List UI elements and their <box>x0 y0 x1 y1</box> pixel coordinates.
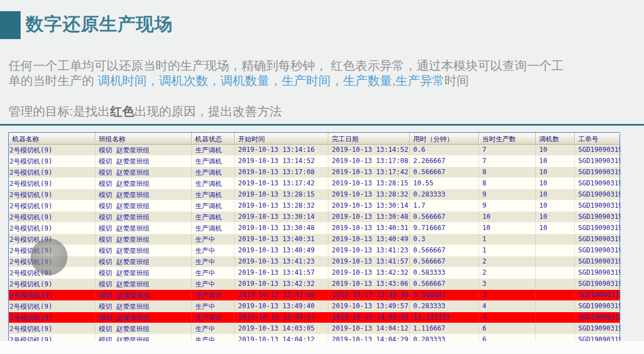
cell-minutes: 2.266667 <box>410 156 479 166</box>
cell-adjust <box>536 256 575 267</box>
cell-order: SGD19090319 <box>575 312 621 323</box>
header-cell-machine[interactable]: 机器名称 <box>9 133 95 144</box>
cell-end: 2019-10-13 13:28:32 <box>328 189 410 200</box>
bottom-strip <box>0 341 644 354</box>
cell-team: 模切 赵爱星班组 <box>95 312 192 323</box>
cell-produced: 7 <box>479 145 536 155</box>
cell-status: 生产调机 <box>192 212 235 222</box>
cell-produced: 10 <box>479 212 536 222</box>
cell-produced: 2 <box>479 256 536 267</box>
cell-status: 生产调机 <box>192 200 235 211</box>
cell-order: SGD19090319 <box>575 267 621 278</box>
cell-machine: 2号模切机(9) <box>9 189 95 200</box>
cell-start: 2019-10-13 13:14:16 <box>235 145 328 155</box>
cell-minutes: 0.566667 <box>410 245 479 256</box>
cell-team: 模切 赵爱星班组 <box>95 256 192 267</box>
cell-order: SGD19090319 <box>575 279 621 289</box>
header-cell-team[interactable]: 班组名称 <box>95 133 192 144</box>
table-row[interactable]: 2号模切机(9)模切 赵爱星班组生产中2019-10-13 13:41:2320… <box>9 256 619 267</box>
cell-adjust: 10 <box>536 145 575 155</box>
cell-produced: 1 <box>479 234 536 245</box>
cell-machine: 2号模切机(9) <box>9 279 95 289</box>
intro-paragraph: 任何一个工单均可以还原当时的生产现场，精确到每秒钟， 红色表示异常，通过本模块可… <box>8 58 568 88</box>
cell-start: 2019-10-13 13:28:15 <box>235 189 328 200</box>
cell-minutes: 0.566667 <box>410 167 479 178</box>
cell-adjust <box>536 234 575 245</box>
header-cell-status[interactable]: 机器状态 <box>192 133 235 144</box>
cell-produced: 9 <box>479 189 536 200</box>
cursor-indicator <box>31 238 67 275</box>
cell-team: 模切 赵爱星班组 <box>95 267 192 278</box>
cell-minutes: 0.3 <box>410 234 479 245</box>
cell-start: 2019-10-13 13:30:48 <box>235 223 328 233</box>
table-row[interactable]: 2号模切机(9)模切 赵爱星班组生产调机2019-10-13 13:14:522… <box>9 156 619 167</box>
cell-team: 模切 赵爱星班组 <box>95 301 192 312</box>
cell-adjust <box>536 279 575 289</box>
table-row[interactable]: 2号模切机(9)模切 赵爱星班组生产异常2019-10-13 13:43:062… <box>9 290 619 301</box>
table-row[interactable]: 2号模切机(9)模切 赵爱星班组生产调机2019-10-13 13:28:322… <box>9 200 619 212</box>
table-row[interactable]: 2号模切机(9)模切 赵爱星班组生产调机2019-10-13 13:30:482… <box>9 223 619 234</box>
cell-start: 2019-10-13 14:03:05 <box>235 323 328 334</box>
cell-minutes: 0.283333 <box>410 301 479 312</box>
cell-adjust: 10 <box>536 156 575 166</box>
cell-machine: 2号模切机(9) <box>9 323 95 334</box>
table-row[interactable]: 2号模切机(9)模切 赵爱星班组生产中2019-10-13 13:40:4920… <box>9 245 619 256</box>
table-row[interactable]: 2号模切机(9)模切 赵爱星班组生产调机2019-10-13 13:17:082… <box>9 167 619 178</box>
table-row[interactable]: 2号模切机(9)模切 赵爱星班组生产调机2019-10-13 13:17:422… <box>9 178 619 189</box>
cell-start: 2019-10-13 13:40:49 <box>235 245 328 256</box>
cell-end: 2019-10-13 13:28:15 <box>328 178 410 189</box>
goal-suffix: 出现的原因，提出改善方法 <box>134 104 282 118</box>
header-cell-minutes[interactable]: 用时（分钟） <box>410 133 479 144</box>
table-row[interactable]: 2号模切机(9)模切 赵爱星班组生产中2019-10-13 14:03:0520… <box>9 323 619 334</box>
cell-machine: 2号模切机(9) <box>9 212 95 222</box>
cell-start: 2019-10-13 13:17:42 <box>235 178 328 189</box>
table-header-row: 机器名称班组名称机器状态开始时间完工日期用时（分钟）当时生产数调机数工单号 <box>9 133 619 145</box>
cell-end: 2019-10-13 13:30:48 <box>328 212 410 222</box>
goal-prefix: 管理的目标:是找出 <box>8 104 110 118</box>
cell-start: 2019-10-13 13:41:57 <box>235 267 328 278</box>
header-cell-start[interactable]: 开始时间 <box>235 133 328 144</box>
cell-machine: 2号模切机(9) <box>9 156 95 166</box>
table-row[interactable]: 2号模切机(9)模切 赵爱星班组生产中2019-10-13 13:40:3120… <box>9 234 619 245</box>
cell-team: 模切 赵爱星班组 <box>95 223 192 233</box>
cell-produced: 10 <box>479 223 536 233</box>
cell-status: 生产调机 <box>192 189 235 200</box>
header-cell-end[interactable]: 完工日期 <box>328 133 410 144</box>
table-row[interactable]: 2号模切机(9)模切 赵爱星班组生产中2019-10-13 13:49:4020… <box>9 301 619 312</box>
cell-end: 2019-10-13 13:43:06 <box>328 279 410 289</box>
cell-end: 2019-10-13 14:04:12 <box>328 323 410 334</box>
cell-start: 2019-10-13 13:49:57 <box>235 312 328 323</box>
cell-order: SGD19090319 <box>575 167 621 178</box>
intro-text-highlight: 调机时间，调机次数，调机数量，生产时间，生产数量,生产异常 <box>98 74 444 88</box>
cell-minutes: 0.283333 <box>410 189 479 200</box>
table-row[interactable]: 2号模切机(9)模切 赵爱星班组生产调机2019-10-13 13:28:152… <box>9 189 619 200</box>
cell-status: 生产中 <box>192 234 235 245</box>
cell-status: 生产调机 <box>192 178 235 189</box>
title-accent-square <box>0 11 21 39</box>
cell-order: SGD19090319 <box>575 223 621 233</box>
header-cell-adjust[interactable]: 调机数 <box>536 133 575 144</box>
cell-team: 模切 赵爱星班组 <box>95 145 192 155</box>
header-cell-produced[interactable]: 当时生产数 <box>479 133 536 144</box>
table-row[interactable]: 2号模切机(9)模切 赵爱星班组生产中2019-10-13 13:42:3220… <box>9 279 619 290</box>
cell-produced: 9 <box>479 200 536 211</box>
section-divider <box>0 124 644 126</box>
cell-minutes: 0.566667 <box>410 279 479 289</box>
table-row[interactable]: 2号模切机(9)模切 赵爱星班组生产异常2019-10-13 13:49:572… <box>9 312 619 323</box>
cell-adjust: 10 <box>536 200 575 211</box>
table-row[interactable]: 2号模切机(9)模切 赵爱星班组生产中2019-10-13 13:41:5720… <box>9 267 619 279</box>
cell-team: 模切 赵爱星班组 <box>95 178 192 189</box>
cell-order: SGD19090319 <box>575 178 621 189</box>
cell-order: SGD19090319 <box>575 145 621 155</box>
cell-produced: 6 <box>479 323 536 334</box>
cell-adjust: 10 <box>536 212 575 222</box>
cell-machine: 2号模切机(9) <box>9 223 95 233</box>
cell-machine: 2号模切机(9) <box>9 200 95 211</box>
cell-order: SGD19090319 <box>575 323 621 334</box>
cell-end: 2019-10-13 13:17:42 <box>328 167 410 178</box>
cell-machine: 2号模切机(9) <box>9 312 95 323</box>
table-row[interactable]: 2号模切机(9)模切 赵爱星班组生产调机2019-10-13 13:30:142… <box>9 212 619 223</box>
header-cell-order[interactable]: 工单号 <box>575 133 621 144</box>
cell-minutes: 0.6 <box>410 145 479 155</box>
table-row[interactable]: 2号模切机(9)模切 赵爱星班组生产调机2019-10-13 13:14:162… <box>9 145 619 156</box>
